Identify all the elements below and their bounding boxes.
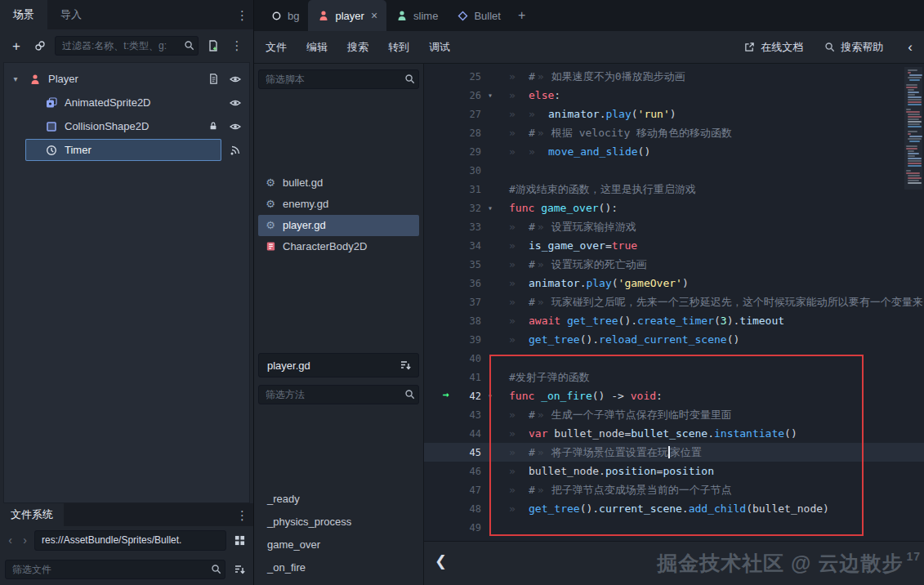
line-number[interactable]: 30 [424,165,481,176]
menu-调试[interactable]: 调试 [429,40,450,55]
split-view-icon[interactable] [230,531,248,549]
script-item-player.gd[interactable]: ⚙player.gd [258,215,419,236]
methods-filter-input[interactable] [258,385,419,404]
line-number[interactable]: 39 [424,334,481,346]
code-line-45[interactable]: 45»#»将子弹场景位置设置在玩家位置 [424,443,924,462]
close-tab-icon[interactable]: × [371,9,377,22]
search-help-button[interactable]: 搜索帮助 [823,40,883,55]
line-number[interactable]: 29 [424,146,481,158]
code-line-28[interactable]: 28»#»根据 velocity 移动角色的移动函数 [424,123,924,142]
fold-arrow-icon[interactable]: ▾ [481,203,499,212]
signal-icon[interactable] [228,141,243,159]
scene-tab-Bullet[interactable]: Bullet [447,0,510,31]
script-item-bullet.gd[interactable]: ⚙bullet.gd [258,172,419,194]
eye-icon[interactable] [228,94,243,112]
code-line-27[interactable]: 27»»animator.play('run') [424,105,924,123]
filesystem-menu-icon[interactable]: ⋮ [236,508,248,523]
code-line-25[interactable]: 25»#»如果速度不为0播放跑步动画 [424,67,924,86]
code-line-37[interactable]: 37»#»玩家碰到之后呢，先来一个三秒延迟先，这个时候玩家能动所以要有一个变量来 [424,292,924,311]
line-number[interactable]: 41 [424,372,481,383]
line-number[interactable]: 26 [424,90,481,101]
filesystem-path-input[interactable] [34,530,226,551]
menu-文件[interactable]: 文件 [266,40,287,55]
dock-tab-场景[interactable]: 场景 [0,0,47,29]
method-item-_ready[interactable]: _ready [258,488,419,511]
line-number[interactable]: 45 [424,447,481,458]
scene-tab-slime[interactable]: slime [386,0,447,31]
minimap[interactable] [904,67,922,190]
line-number[interactable]: 36 [424,278,481,289]
code-line-48[interactable]: 48»get_tree().current_scene.add_child(bu… [424,499,924,518]
collapse-panel-icon[interactable]: ‹ [908,39,913,56]
eye-icon[interactable] [228,118,243,136]
code-line-39[interactable]: 39»get_tree().reload_current_scene() [424,330,924,349]
method-item-game_over[interactable]: game_over [258,534,419,556]
code-line-26[interactable]: 26▾»else: [424,86,924,105]
code-line-46[interactable]: 46»bullet_node.position=position [424,462,924,480]
script-icon[interactable] [206,70,221,88]
line-number[interactable]: 43 [424,409,481,421]
back-icon[interactable]: ‹ [5,534,16,547]
scene-dock-menu-icon[interactable]: ⋮ [236,8,248,23]
line-number[interactable]: 47 [424,485,481,496]
scene-tab-bg[interactable]: bg [261,0,308,31]
menu-dots-icon[interactable]: ⋮ [228,37,246,55]
menu-转到[interactable]: 转到 [388,40,409,55]
menu-编辑[interactable]: 编辑 [306,40,328,55]
line-number[interactable]: 31 [424,184,481,195]
line-number[interactable]: 27 [424,109,481,120]
scene-tree[interactable]: ▾PlayerAnimatedSprite2DCollisionShape2DT… [3,62,250,503]
eye-icon[interactable] [228,70,243,88]
code-line-41[interactable]: 41#发射子弹的函数 [424,368,924,386]
tree-item-Player[interactable]: ▾Player [4,67,249,91]
code-line-33[interactable]: 33»#»设置玩家输掉游戏 [424,217,924,236]
scene-tab-player[interactable]: player× [308,0,386,31]
code-line-40[interactable]: 40 [424,349,924,368]
script-item-CharacterBody2D[interactable]: CharacterBody2D [258,236,419,257]
code-line-31[interactable]: 31#游戏结束的函数，这里是执行重启游戏 [424,180,924,199]
code-line-32[interactable]: 32▾func game_over(): [424,199,924,217]
line-number[interactable]: 33 [424,221,481,233]
line-number[interactable]: 48 [424,503,481,515]
code-line-36[interactable]: 36»animator.play('gameOver') [424,274,924,292]
line-number[interactable]: 40 [424,353,481,364]
method-sort-icon[interactable] [396,356,414,374]
code-line-30[interactable]: 30 [424,161,924,180]
code-line-38[interactable]: 38»await get_tree().create_timer(3).time… [424,311,924,330]
expand-arrow-icon[interactable]: ▾ [9,74,22,83]
line-number[interactable]: 38 [424,315,481,327]
code-line-47[interactable]: 47»#»把子弹节点变成场景当前的一个子节点 [424,480,924,499]
code-line-29[interactable]: 29»»move_and_slide() [424,142,924,161]
add-node-icon[interactable]: + [7,37,25,55]
fold-arrow-icon[interactable]: ▾ [481,391,499,400]
line-number[interactable]: 42 [424,391,481,402]
line-number[interactable]: 46 [424,466,481,477]
script-item-enemy.gd[interactable]: ⚙enemy.gd [258,194,419,215]
line-number[interactable]: 34 [424,240,481,252]
dock-tab-导入[interactable]: 导入 [47,0,95,29]
method-item-_physics_process[interactable]: _physics_process [258,511,419,534]
code-line-43[interactable]: 43»#»生成一个子弹节点保存到临时变量里面 [424,405,924,424]
line-number[interactable]: 35 [424,259,481,270]
scene-filter-input[interactable] [55,36,199,56]
online-docs-button[interactable]: 在线文档 [743,40,803,55]
code-editor[interactable]: 25»#»如果速度不为0播放跑步动画26▾»else:27»»animator.… [424,64,924,541]
line-number[interactable]: 32 [424,203,481,214]
file-sort-icon[interactable] [230,560,248,578]
attach-script-icon[interactable] [204,37,222,55]
tree-item-CollisionShape2D[interactable]: CollisionShape2D [4,114,249,138]
filesystem-filter-input[interactable] [5,560,225,579]
line-number[interactable]: 44 [424,428,481,440]
forward-icon[interactable]: › [20,534,30,547]
new-scene-tab-button[interactable]: + [510,0,533,31]
fold-arrow-icon[interactable]: ▾ [481,91,499,100]
line-number[interactable]: 37 [424,297,481,308]
tree-item-Timer[interactable]: Timer [4,138,249,162]
tree-item-AnimatedSprite2D[interactable]: AnimatedSprite2D [4,91,249,114]
method-item-_on_fire[interactable]: _on_fire [258,556,419,579]
code-line-44[interactable]: 44»var bullet_node=bullet_scene.instanti… [424,424,924,443]
instance-scene-icon[interactable] [31,37,49,55]
lock-icon[interactable] [206,118,221,136]
code-line-34[interactable]: 34»is_game_over=true [424,236,924,255]
code-line-42[interactable]: →42▾func _on_fire() -> void: [424,386,924,405]
